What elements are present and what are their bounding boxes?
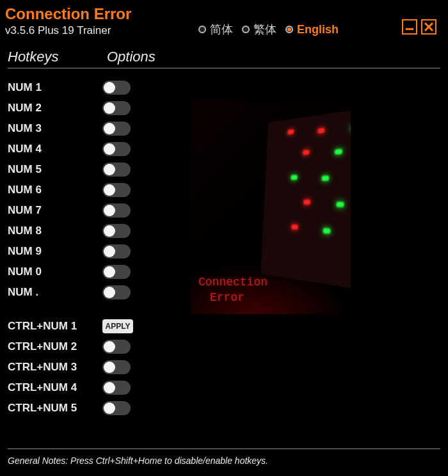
- close-icon: [424, 22, 434, 32]
- hotkey-row: CTRL+NUM 5: [8, 401, 440, 415]
- toggle-switch[interactable]: [102, 224, 131, 238]
- hotkey-label: NUM 1: [8, 81, 102, 94]
- content-area: NUM 1NUM 2NUM 3NUM 4NUM 5NUM 6NUM 7NUM 8…: [0, 68, 448, 415]
- close-button[interactable]: [421, 19, 436, 35]
- toggle-switch[interactable]: [102, 401, 131, 415]
- hotkey-label: NUM 3: [8, 122, 102, 135]
- titlebar: Connection Error v3.5.6 Plus 19 Trainer …: [0, 0, 448, 37]
- hotkey-row: CTRL+NUM 1APPLY: [8, 319, 440, 333]
- hotkey-label: CTRL+NUM 4: [8, 381, 102, 394]
- footer-divider: [8, 448, 440, 449]
- promo-line1: Connection: [198, 275, 268, 290]
- toggle-switch[interactable]: [102, 163, 131, 177]
- toggle-switch[interactable]: [102, 360, 131, 374]
- hotkey-label: CTRL+NUM 5: [8, 402, 102, 415]
- toggle-switch[interactable]: [102, 381, 131, 395]
- hotkey-label: NUM 4: [8, 143, 102, 155]
- hotkey-label: NUM 5: [8, 163, 102, 176]
- hotkey-label: NUM 6: [8, 184, 102, 196]
- toggle-switch[interactable]: [102, 101, 131, 115]
- toggle-switch[interactable]: [102, 340, 131, 354]
- promo-line2: Error: [198, 290, 268, 305]
- hotkey-row: CTRL+NUM 4: [8, 380, 440, 395]
- led-icon: [322, 175, 330, 180]
- radio-icon: [285, 26, 293, 33]
- toggle-switch[interactable]: [102, 203, 131, 218]
- lang-option-traditional[interactable]: 繁体: [242, 22, 276, 37]
- header-options: Options: [107, 49, 156, 65]
- app-title: Connection Error: [5, 5, 131, 23]
- promo-text: Connection Error: [198, 275, 268, 305]
- server-graphic: [260, 107, 351, 290]
- hotkey-row: NUM 1: [8, 80, 440, 95]
- led-icon: [291, 175, 297, 180]
- app-subtitle: v3.5.6 Plus 19 Trainer: [5, 24, 131, 37]
- radio-icon: [198, 26, 206, 33]
- hotkey-label: NUM .: [8, 286, 102, 299]
- title-block: Connection Error v3.5.6 Plus 19 Trainer: [5, 5, 131, 37]
- hotkey-label: CTRL+NUM 2: [8, 340, 102, 353]
- lang-label: 繁体: [253, 22, 276, 37]
- led-icon: [303, 200, 310, 205]
- hotkey-label: CTRL+NUM 1: [8, 320, 102, 333]
- minimize-button[interactable]: [402, 19, 417, 35]
- hotkey-label: NUM 8: [8, 225, 102, 237]
- toggle-switch[interactable]: [102, 244, 131, 258]
- led-icon: [303, 150, 310, 155]
- hotkey-label: NUM 2: [8, 102, 102, 115]
- toggle-switch[interactable]: [102, 142, 131, 156]
- lang-label: English: [297, 23, 339, 36]
- header-hotkeys: Hotkeys: [8, 49, 107, 65]
- apply-button[interactable]: APPLY: [102, 319, 133, 333]
- led-icon: [335, 149, 342, 155]
- toggle-switch[interactable]: [102, 81, 131, 95]
- lang-label: 简体: [210, 22, 233, 37]
- toggle-switch[interactable]: [102, 285, 131, 299]
- hotkey-label: NUM 7: [8, 204, 102, 217]
- toggle-switch[interactable]: [102, 122, 131, 136]
- window-controls: [402, 19, 436, 35]
- hotkey-label: NUM 0: [8, 266, 102, 278]
- led-icon: [317, 128, 324, 134]
- radio-icon: [242, 26, 250, 33]
- column-headers: Hotkeys Options: [0, 49, 448, 65]
- promo-image: Connection Error: [191, 100, 351, 314]
- toggle-switch[interactable]: [102, 183, 131, 197]
- led-icon: [287, 129, 294, 135]
- lang-option-english[interactable]: English: [285, 23, 339, 36]
- led-icon: [336, 202, 344, 207]
- hotkey-label: NUM 9: [8, 245, 102, 258]
- led-icon: [323, 228, 331, 234]
- lang-option-simplified[interactable]: 简体: [198, 22, 233, 37]
- led-icon: [291, 225, 298, 230]
- toggle-switch[interactable]: [102, 265, 131, 279]
- hotkey-label: CTRL+NUM 3: [8, 361, 102, 374]
- language-selector: 简体 繁体 English: [198, 22, 339, 37]
- hotkey-row: CTRL+NUM 3: [8, 360, 440, 374]
- footer-text: General Notes: Press Ctrl+Shift+Home to …: [8, 456, 268, 466]
- hotkey-row: CTRL+NUM 2: [8, 339, 440, 354]
